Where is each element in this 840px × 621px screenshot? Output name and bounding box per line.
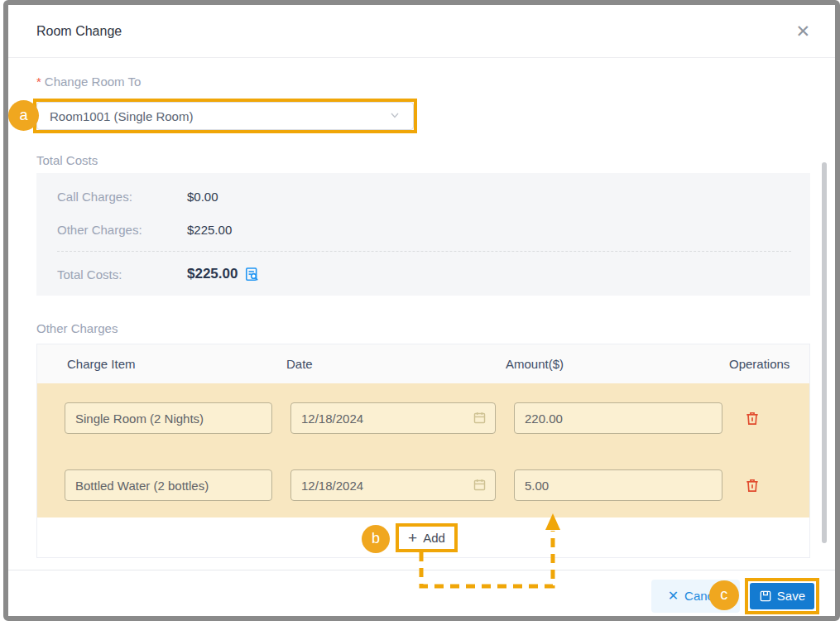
table-row [37, 383, 809, 453]
change-room-label: *Change Room To [36, 75, 807, 89]
annotation-badge-a: a [8, 100, 39, 131]
other-charges-label: Other Charges: [57, 223, 187, 241]
room-select-value: Room1001 (Single Room) [50, 109, 193, 123]
required-marker: * [36, 75, 41, 89]
date-input[interactable] [290, 402, 496, 434]
chevron-down-icon [389, 109, 401, 123]
dialog-title: Room Change [36, 24, 122, 39]
costs-divider [57, 251, 791, 252]
save-button-label: Save [777, 589, 805, 603]
other-charges-table: Charge Item Date Amount($) Operations [36, 344, 810, 558]
save-icon [759, 590, 772, 603]
table-header-row: Charge Item Date Amount($) Operations [37, 344, 809, 383]
total-costs-panel: Call Charges: $0.00 Other Charges: $225.… [36, 173, 810, 296]
call-charges-label: Call Charges: [57, 190, 187, 208]
calendar-icon[interactable] [473, 478, 487, 495]
room-select[interactable]: Room1001 (Single Room) [36, 102, 414, 130]
add-button-label: Add [423, 531, 445, 545]
cancel-x-icon: ✕ [668, 588, 679, 604]
add-charge-button[interactable]: + Add [401, 528, 452, 547]
column-header-charge-item: Charge Item [67, 357, 286, 371]
column-header-amount: Amount($) [506, 357, 729, 371]
total-costs-value: $225.00 [187, 266, 238, 282]
change-room-label-text: Change Room To [45, 75, 141, 89]
delete-row-icon[interactable] [744, 477, 762, 493]
other-charges-row: Other Charges: $225.00 [57, 223, 791, 241]
other-charges-value: $225.00 [187, 223, 232, 241]
total-costs-label: Total Costs: [57, 267, 187, 282]
cost-detail-icon[interactable] [244, 267, 260, 282]
other-charges-section-label: Other Charges [36, 321, 807, 335]
save-button[interactable]: Save [750, 583, 814, 609]
dialog-header: Room Change ✕ [8, 5, 835, 58]
total-costs-row: Total Costs: $225.00 [57, 265, 791, 283]
amount-input[interactable] [514, 402, 722, 434]
call-charges-row: Call Charges: $0.00 [57, 190, 791, 208]
call-charges-value: $0.00 [187, 190, 218, 208]
close-icon[interactable]: ✕ [795, 22, 810, 40]
column-header-operations: Operations [729, 357, 809, 371]
room-change-dialog: Room Change ✕ *Change Room To Room1001 (… [3, 0, 840, 621]
amount-input[interactable] [514, 469, 722, 501]
total-costs-section-label: Total Costs [36, 153, 807, 167]
plus-icon: + [408, 530, 417, 546]
table-row [37, 453, 809, 518]
dialog-footer: ✕ Cancel Save c [8, 570, 835, 621]
column-header-date: Date [286, 357, 506, 371]
charge-item-input[interactable] [65, 402, 272, 434]
add-row: + Add b [37, 518, 809, 557]
scrollbar-thumb[interactable] [822, 162, 827, 543]
delete-row-icon[interactable] [744, 410, 762, 426]
charge-item-input[interactable] [65, 469, 272, 501]
calendar-icon[interactable] [473, 411, 487, 428]
annotation-badge-b: b [362, 525, 390, 553]
annotation-badge-c: c [709, 580, 739, 610]
date-input[interactable] [290, 469, 496, 501]
